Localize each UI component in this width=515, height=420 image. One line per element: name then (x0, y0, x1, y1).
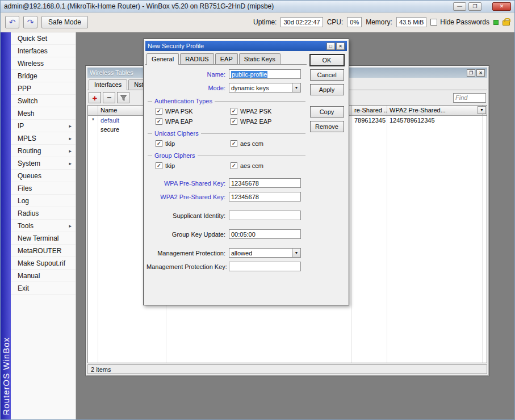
sidebar-item-system[interactable]: System▸ (11, 157, 76, 170)
sidebar-item-radius[interactable]: Radius (11, 207, 76, 220)
chevron-down-icon[interactable]: ▼ (292, 249, 300, 257)
column-wpa2-pre-shared[interactable]: WPA2 Pre-Shared... (387, 106, 483, 115)
remove-button[interactable]: − (103, 92, 115, 103)
wpa-eap-checkbox[interactable]: ✓WPA EAP (156, 118, 231, 125)
sidebar-item-routing[interactable]: Routing▸ (11, 145, 76, 157)
checkbox-label: WPA2 PSK (240, 108, 271, 115)
lock-icon (503, 20, 510, 26)
plus-icon: + (93, 94, 98, 102)
group-key-update-field[interactable] (229, 229, 301, 239)
tab-interfaces[interactable]: Interfaces (89, 79, 127, 90)
sidebar-item-tools[interactable]: Tools▸ (11, 220, 76, 232)
dialog-maximize-button[interactable]: □ (326, 43, 335, 50)
sidebar-item-interfaces[interactable]: Interfaces (11, 45, 76, 57)
wpa2-key-row: WPA2 Pre-Shared Key: (146, 192, 307, 201)
wpa-psk-checkbox[interactable]: ✓WPA PSK (156, 108, 231, 115)
maximize-button[interactable]: ❐ (468, 2, 481, 11)
name-label: Name: (146, 71, 229, 78)
sidebar-item-ppp[interactable]: PPP (11, 82, 76, 95)
column-wpa-pre-shared[interactable]: re-Shared ... (352, 106, 387, 115)
sidebar-item-ip[interactable]: IP▸ (11, 120, 76, 132)
add-button[interactable]: + (89, 92, 101, 103)
supplicant-identity-field[interactable] (229, 211, 301, 220)
sidebar-item-label: Switch (18, 97, 72, 105)
column-flag[interactable] (88, 106, 98, 115)
minimize-button[interactable]: — (453, 2, 466, 11)
mode-row: Mode: dynamic keys ▼ (146, 83, 307, 93)
status-bar: 2 items (87, 364, 487, 374)
filter-button[interactable] (117, 92, 129, 103)
wpa2-psk-checkbox[interactable]: ✓WPA2 PSK (231, 108, 271, 115)
remove-button[interactable]: Remove (310, 121, 344, 132)
sidebar-item-metarouter[interactable]: MetaROUTER (11, 245, 76, 257)
tab-radius[interactable]: RADIUS (180, 53, 214, 64)
checkbox-label: aes ccm (240, 140, 263, 147)
redo-button[interactable]: ↷ (23, 16, 37, 28)
management-protection-key-field[interactable] (229, 262, 301, 271)
tab-static-keys[interactable]: Static Keys (239, 53, 280, 64)
wireless-maximize-button[interactable]: ❐ (467, 69, 475, 77)
general-form: Name: public-profile Mode: dynamic keys … (145, 65, 307, 271)
checkbox-label: tkip (165, 140, 175, 147)
find-input[interactable] (453, 93, 486, 103)
wpa2-eap-checkbox[interactable]: ✓WPA2 EAP (231, 118, 271, 125)
cancel-button[interactable]: Cancel (310, 69, 344, 81)
wpa-pre-shared-key-field[interactable] (229, 178, 301, 188)
submenu-arrow-icon: ▸ (69, 123, 72, 129)
section-rule (215, 101, 305, 102)
hide-passwords-checkbox[interactable]: Hide Passwords (430, 18, 489, 26)
dialog-close-button[interactable]: ✕ (336, 43, 345, 50)
apply-button[interactable]: Apply (310, 84, 344, 95)
mode-select[interactable]: dynamic keys ▼ (229, 83, 301, 93)
name-selected-text: public-profile (231, 71, 267, 78)
cpu-label: CPU: (327, 18, 344, 26)
unicast-aes-ccm-checkbox[interactable]: ✓aes ccm (231, 140, 263, 147)
ok-button[interactable]: OK (310, 54, 344, 66)
tab-eap[interactable]: EAP (215, 53, 238, 64)
safe-mode-button[interactable]: Safe Mode (41, 16, 88, 28)
wpa-pre-shared-key-label: WPA Pre-Shared Key: (146, 180, 229, 187)
sidebar-item-mpls[interactable]: MPLS▸ (11, 132, 76, 145)
section-rule (148, 133, 152, 134)
undo-button[interactable]: ↶ (5, 16, 19, 28)
sidebar-item-wireless[interactable]: Wireless (11, 57, 76, 70)
sidebar-item-manual[interactable]: Manual (11, 270, 76, 282)
unicast-tkip-checkbox[interactable]: ✓tkip (156, 140, 231, 147)
wpa2-pre-shared-key-field[interactable] (229, 192, 301, 201)
sidebar-item-label: Bridge (18, 72, 72, 80)
tab-general[interactable]: General (146, 53, 179, 65)
window-titlebar[interactable]: admin@192.168.0.1 (MikroTik-Home Router)… (1, 1, 514, 12)
security-profile-dialog: New Security Profile □ ✕ General RADIUS … (143, 39, 349, 305)
sidebar-item-exit[interactable]: Exit (11, 282, 76, 295)
sidebar-item-bridge[interactable]: Bridge (11, 70, 76, 82)
dialog-titlebar[interactable]: New Security Profile □ ✕ (145, 41, 347, 51)
copy-button[interactable]: Copy (310, 106, 344, 117)
management-protection-select[interactable]: allowed ▼ (229, 248, 301, 258)
connection-status-icon (493, 20, 499, 25)
sidebar-item-quick-set[interactable]: Quick Set (11, 32, 76, 45)
chevron-down-icon[interactable]: ▼ (292, 83, 300, 92)
uptime-label: Uptime: (253, 18, 277, 26)
column-grid-line (351, 116, 352, 363)
checkbox-box: ✓ (231, 108, 237, 115)
sidebar-item-files[interactable]: Files (11, 182, 76, 195)
cell-wpa2-key: 1245789612345 (387, 117, 483, 124)
sidebar-item-switch[interactable]: Switch (11, 95, 76, 107)
window-controls: — ❐ ✕ (453, 2, 511, 11)
sidebar-item-queues[interactable]: Queues (11, 170, 76, 182)
sidebar-item-log[interactable]: Log (11, 195, 76, 207)
sidebar-item-label: Mesh (18, 110, 72, 117)
group-tkip-checkbox[interactable]: ✓tkip (156, 162, 231, 169)
name-field[interactable]: public-profile (229, 69, 301, 79)
sidebar-item-new-terminal[interactable]: New Terminal (11, 232, 76, 245)
sidebar-item-label: Make Supout.rif (18, 259, 72, 267)
sidebar-item-mesh[interactable]: Mesh (11, 107, 76, 120)
brand-strip: RouterOS WinBox (1, 32, 11, 419)
wireless-close-button[interactable]: ✕ (476, 69, 485, 77)
sidebar-item-label: Wireless (18, 60, 72, 68)
close-button[interactable]: ✕ (492, 2, 511, 11)
group-aes-ccm-checkbox[interactable]: ✓aes ccm (231, 162, 263, 169)
sidebar-item-make-supout-rif[interactable]: Make Supout.rif (11, 257, 76, 270)
column-selector-button[interactable]: ▾ (478, 106, 486, 114)
sidebar-item-label: Files (18, 184, 72, 192)
